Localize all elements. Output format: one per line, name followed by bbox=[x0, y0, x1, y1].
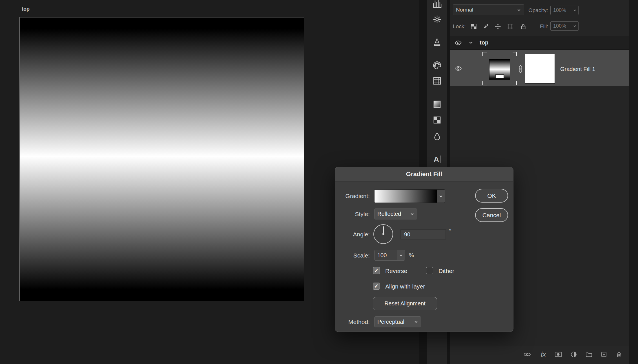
layer-visibility-eye-icon[interactable] bbox=[454, 65, 463, 72]
group-expand-chevron-icon[interactable] bbox=[467, 39, 475, 46]
gradient-preview-control[interactable] bbox=[374, 189, 445, 203]
bracket-corner bbox=[482, 52, 487, 56]
fx-label: fx bbox=[541, 351, 546, 358]
style-dropdown[interactable]: Reflected bbox=[374, 208, 417, 219]
lock-all-icon[interactable] bbox=[519, 23, 527, 30]
scale-label: Scale: bbox=[335, 252, 370, 259]
histogram-panel-icon[interactable] bbox=[432, 0, 442, 9]
fill-field[interactable]: 100% bbox=[550, 21, 579, 31]
bracket-corner bbox=[513, 52, 517, 56]
check-icon: ✓ bbox=[374, 268, 379, 273]
lock-transparency-icon[interactable] bbox=[470, 23, 478, 30]
gradient-label: Gradient: bbox=[335, 192, 370, 200]
scale-unit: % bbox=[409, 252, 414, 259]
add-layer-mask-icon[interactable] bbox=[553, 350, 563, 359]
chevron-down-icon bbox=[517, 8, 521, 12]
reverse-checkbox[interactable]: ✓ bbox=[373, 267, 380, 274]
swatches-panel-icon[interactable] bbox=[432, 76, 442, 86]
bracket-corner bbox=[482, 81, 487, 85]
lock-pixels-icon[interactable] bbox=[482, 23, 490, 30]
angle-dial[interactable] bbox=[373, 224, 393, 244]
scale-combobox[interactable]: 100 bbox=[374, 250, 405, 261]
chevron-down-icon[interactable] bbox=[571, 22, 578, 30]
chevron-down-icon[interactable] bbox=[397, 250, 405, 260]
gradient-fill-dialog: Gradient Fill Gradient: OK Cancel Style:… bbox=[335, 167, 513, 332]
opacity-label: Opacity: bbox=[528, 7, 548, 14]
cancel-button[interactable]: Cancel bbox=[475, 208, 508, 222]
layer-group-row[interactable] bbox=[450, 36, 629, 50]
check-icon: ✓ bbox=[374, 283, 379, 289]
gradient-fill-layer-thumbnail[interactable] bbox=[489, 59, 510, 80]
gradient-picker-chevron-icon[interactable] bbox=[437, 190, 445, 203]
shapes-panel-icon[interactable] bbox=[432, 131, 442, 142]
clone-source-panel-icon[interactable] bbox=[432, 37, 442, 48]
fill-label: Fill: bbox=[540, 23, 548, 30]
angle-input[interactable]: 90 bbox=[400, 229, 446, 239]
method-label: Method: bbox=[335, 318, 370, 326]
panel-right-margin bbox=[629, 0, 638, 364]
delete-layer-trash-icon[interactable] bbox=[614, 350, 624, 359]
style-value: Reflected bbox=[377, 211, 401, 217]
type-caret bbox=[440, 156, 440, 163]
dialog-title[interactable]: Gradient Fill bbox=[335, 167, 513, 181]
lock-label: Lock: bbox=[453, 23, 466, 30]
group-name[interactable]: top bbox=[480, 39, 488, 46]
dither-checkbox[interactable]: ✓ bbox=[426, 267, 433, 274]
align-with-layer-label[interactable]: Align with layer bbox=[385, 283, 425, 290]
gradient-preview-strip[interactable] bbox=[375, 190, 437, 203]
layer-name[interactable]: Gradient Fill 1 bbox=[560, 65, 595, 73]
layer-mask-link-icon[interactable] bbox=[517, 64, 524, 74]
style-label: Style: bbox=[335, 210, 370, 218]
reverse-label[interactable]: Reverse bbox=[385, 267, 407, 274]
document-canvas[interactable] bbox=[19, 17, 304, 301]
lock-position-icon[interactable] bbox=[494, 23, 502, 30]
character-panel-icon[interactable]: A bbox=[432, 154, 442, 165]
angle-dial-hub bbox=[382, 233, 384, 235]
method-dropdown[interactable]: Perceptual bbox=[374, 316, 421, 327]
artboard-label[interactable]: top bbox=[22, 6, 30, 12]
bracket-corner bbox=[513, 81, 517, 85]
angle-label: Angle: bbox=[335, 231, 370, 238]
opacity-value: 100% bbox=[551, 7, 571, 13]
chevron-down-icon bbox=[410, 212, 414, 216]
blend-mode-dropdown[interactable]: Normal bbox=[453, 5, 524, 15]
group-visibility-eye-icon[interactable] bbox=[454, 39, 463, 46]
chevron-down-icon[interactable] bbox=[571, 6, 578, 15]
fill-value: 100% bbox=[551, 23, 571, 29]
blend-mode-value: Normal bbox=[456, 7, 473, 13]
lock-artboard-icon[interactable] bbox=[506, 23, 514, 30]
adjustments-panel-icon[interactable] bbox=[432, 14, 442, 25]
fill-layer-badge-icon bbox=[495, 74, 504, 78]
opacity-field[interactable]: 100% bbox=[550, 6, 579, 15]
character-glyph: A bbox=[434, 155, 439, 164]
angle-unit: ° bbox=[449, 228, 451, 234]
reset-alignment-button[interactable]: Reset Alignment bbox=[373, 297, 437, 310]
layer-mask-thumbnail[interactable] bbox=[525, 54, 555, 84]
method-value: Perceptual bbox=[377, 319, 404, 325]
link-layers-icon[interactable] bbox=[522, 350, 532, 359]
angle-dial-needle bbox=[383, 226, 384, 234]
photoshop-workspace: top bbox=[0, 0, 638, 364]
new-layer-icon[interactable] bbox=[599, 350, 609, 359]
align-with-layer-checkbox[interactable]: ✓ bbox=[373, 283, 380, 290]
new-group-folder-icon[interactable] bbox=[584, 350, 593, 359]
gradients-panel-icon[interactable] bbox=[432, 99, 442, 110]
color-panel-icon[interactable] bbox=[432, 60, 442, 71]
scale-value: 100 bbox=[375, 250, 397, 260]
dither-label[interactable]: Dither bbox=[438, 267, 454, 274]
adjustment-layer-icon[interactable] bbox=[569, 350, 579, 359]
layer-style-fx-icon[interactable]: fx bbox=[539, 350, 548, 359]
chevron-down-icon bbox=[414, 320, 418, 324]
patterns-panel-icon[interactable] bbox=[432, 115, 442, 125]
ok-button[interactable]: OK bbox=[475, 189, 508, 203]
